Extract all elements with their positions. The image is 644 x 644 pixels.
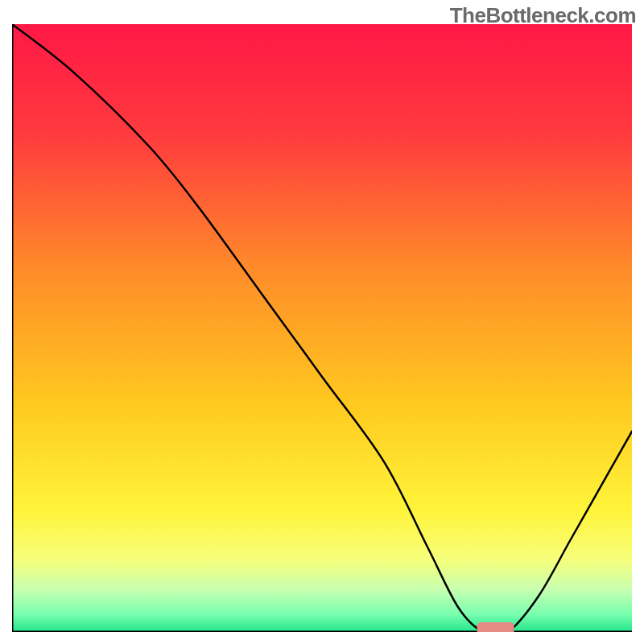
optimal-range-marker bbox=[477, 622, 514, 632]
gradient-rect bbox=[12, 24, 632, 632]
plot-svg bbox=[12, 24, 632, 632]
chart-stage: TheBottleneck.com bbox=[0, 0, 644, 644]
plot-area bbox=[12, 24, 632, 632]
